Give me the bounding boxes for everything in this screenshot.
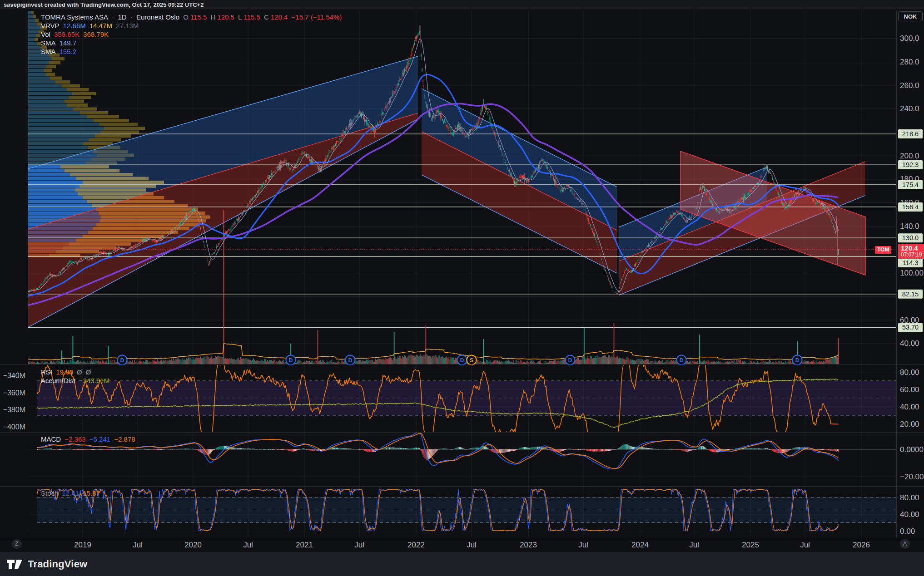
svg-text:114.3: 114.3 (902, 259, 918, 266)
sma2-label: SMA (41, 48, 56, 55)
svg-text:0.00: 0.00 (900, 527, 915, 536)
svg-text:0.0000: 0.0000 (900, 445, 924, 454)
svg-text:2022: 2022 (407, 541, 425, 549)
svg-text:20.00: 20.00 (900, 420, 919, 428)
macd-legend[interactable]: MACD −2.363 −5.241 −2.878 (41, 435, 137, 443)
chart-canvas[interactable]: DDDDSDDD 300.0280.0260.0240.0200.0180.01… (0, 0, 924, 576)
svg-text:D: D (680, 357, 684, 364)
svg-text:82.15: 82.15 (902, 290, 919, 298)
svg-text:140.0: 140.0 (900, 222, 919, 231)
close-label: C (264, 13, 269, 21)
svg-text:−400M: −400M (3, 423, 25, 431)
symbol-price-tag: TOM (875, 246, 891, 254)
macd-hist-value: −2.363 (65, 435, 85, 443)
svg-text:300.0: 300.0 (900, 34, 919, 43)
timezone-button[interactable]: Z (12, 539, 22, 549)
svg-text:2023: 2023 (520, 541, 537, 549)
svg-text:80.00: 80.00 (900, 368, 919, 377)
svg-text:D: D (120, 357, 124, 364)
current-price-label: 120.4 07:07:19 (898, 244, 924, 259)
svg-text:−360M: −360M (3, 389, 25, 397)
attribution-bar: savepiginvest created with TradingView.c… (0, 0, 924, 10)
svg-text:Jul: Jul (800, 541, 810, 549)
attribution-text: savepiginvest created with TradingView.c… (4, 1, 204, 8)
svg-text:2021: 2021 (296, 541, 313, 549)
vrvp-label: VRVP (41, 22, 60, 30)
svg-text:S: S (470, 357, 473, 364)
tradingview-screenshot: savepiginvest created with TradingView.c… (0, 0, 924, 576)
svg-text:D: D (568, 357, 572, 364)
svg-text:D: D (460, 357, 464, 364)
vrvp-row[interactable]: VRVP 12.66M 14.47M 27.13M (41, 21, 343, 30)
close-value: 120.4 (271, 13, 288, 21)
svg-text:D: D (795, 357, 800, 364)
stoch-legend[interactable]: Stoch 12.41 15.87 (41, 489, 102, 497)
svg-text:192.3: 192.3 (902, 161, 919, 168)
low-label: L (238, 13, 242, 21)
svg-text:53.70: 53.70 (902, 324, 919, 331)
svg-text:−380M: −380M (3, 406, 25, 414)
svg-text:240.0: 240.0 (900, 104, 919, 113)
sma2-row[interactable]: SMA 155.2 (41, 47, 343, 56)
sma1-label: SMA (41, 39, 56, 47)
macd-signal-value: −2.878 (114, 435, 135, 443)
svg-text:218.6: 218.6 (902, 130, 919, 138)
accum-dist-label: Accum/Dist (41, 377, 75, 384)
high-label: H (210, 13, 215, 21)
footer-bar: TradingView (0, 552, 924, 576)
interval[interactable]: 1D (118, 13, 126, 21)
low-value: 115.5 (243, 13, 260, 21)
sma2-value: 155.2 (60, 48, 77, 55)
vol-value-2: 368.79K (83, 30, 109, 38)
vrvp-value-1: 12.66M (63, 22, 86, 30)
indicator-panes (0, 10, 924, 538)
svg-text:Jul: Jul (467, 541, 477, 549)
symbol-title[interactable]: TOMRA Systems ASA (41, 13, 108, 21)
auto-scale-button[interactable]: A (900, 539, 910, 549)
currency-button[interactable]: NOK (898, 11, 923, 21)
vol-label: Vol (41, 30, 50, 38)
svg-text:280.0: 280.0 (900, 58, 919, 66)
exchange: Euronext Oslo (136, 13, 179, 21)
stoch-k-value: 12.41 (62, 489, 79, 497)
vrvp-value-3: 27.13M (116, 22, 139, 30)
svg-text:130.0: 130.0 (902, 234, 919, 241)
rsi-value: 19.80 (56, 368, 73, 376)
svg-text:200.0: 200.0 (900, 152, 919, 160)
bar-countdown: 07:07:19 (901, 252, 924, 258)
rsi-label: RSI (41, 368, 52, 376)
svg-text:Jul: Jul (354, 541, 364, 549)
sma1-row[interactable]: SMA 149.7 (41, 39, 343, 47)
svg-text:D: D (348, 357, 353, 364)
rsi-legend[interactable]: RSI 19.80 Ø Ø Accum/Dist −343.91M (41, 368, 111, 385)
symbol-row: TOMRA Systems ASA · 1D · Euronext Oslo O… (41, 13, 343, 21)
macd-line-value: −5.241 (89, 435, 110, 443)
svg-text:2024: 2024 (631, 541, 649, 549)
change-value: −15.7 (−11.54%) (292, 13, 342, 21)
tradingview-logo-icon[interactable] (6, 559, 24, 570)
accum-dist-value: −343.91M (79, 377, 109, 384)
svg-text:2020: 2020 (184, 541, 202, 549)
svg-text:2026: 2026 (853, 541, 870, 549)
svg-text:60.00: 60.00 (900, 385, 919, 394)
sma1-value: 149.7 (60, 39, 77, 47)
svg-text:40.00: 40.00 (900, 510, 919, 519)
high-value: 120.5 (217, 13, 234, 21)
svg-text:Jul: Jul (578, 541, 588, 549)
trend-channels[interactable] (28, 56, 865, 327)
svg-text:80.00: 80.00 (900, 493, 919, 502)
svg-text:Jul: Jul (689, 541, 699, 549)
main-legend[interactable]: TOMRA Systems ASA · 1D · Euronext Oslo O… (41, 13, 343, 56)
svg-text:−340M: −340M (3, 372, 25, 379)
open-label: O (183, 13, 189, 21)
current-price-value: 120.4 (901, 245, 924, 252)
svg-text:Jul: Jul (243, 541, 253, 549)
vol-value-1: 359.65K (54, 30, 79, 38)
svg-text:−20.00: −20.00 (900, 473, 924, 481)
tradingview-brand-text[interactable]: TradingView (28, 558, 87, 570)
grid-lines (28, 10, 896, 538)
volume-row[interactable]: Vol 359.65K 368.79K (41, 30, 343, 39)
open-value: 115.5 (190, 13, 207, 21)
svg-text:D: D (289, 357, 293, 364)
svg-text:175.4: 175.4 (902, 181, 919, 188)
